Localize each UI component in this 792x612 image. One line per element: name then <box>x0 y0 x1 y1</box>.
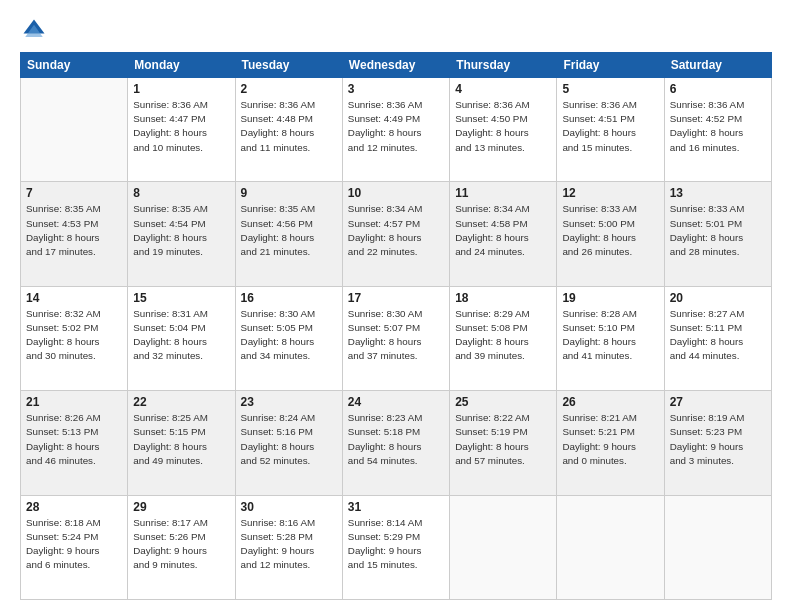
day-number: 11 <box>455 186 551 200</box>
calendar-cell: 11Sunrise: 8:34 AM Sunset: 4:58 PM Dayli… <box>450 182 557 286</box>
day-info: Sunrise: 8:36 AM Sunset: 4:48 PM Dayligh… <box>241 98 337 155</box>
day-info: Sunrise: 8:22 AM Sunset: 5:19 PM Dayligh… <box>455 411 551 468</box>
day-info: Sunrise: 8:30 AM Sunset: 5:07 PM Dayligh… <box>348 307 444 364</box>
day-info: Sunrise: 8:29 AM Sunset: 5:08 PM Dayligh… <box>455 307 551 364</box>
weekday-header: Sunday <box>21 53 128 78</box>
calendar-cell <box>450 495 557 599</box>
calendar-cell: 22Sunrise: 8:25 AM Sunset: 5:15 PM Dayli… <box>128 391 235 495</box>
day-number: 23 <box>241 395 337 409</box>
weekday-header: Thursday <box>450 53 557 78</box>
calendar-week-row: 1Sunrise: 8:36 AM Sunset: 4:47 PM Daylig… <box>21 78 772 182</box>
calendar-cell: 26Sunrise: 8:21 AM Sunset: 5:21 PM Dayli… <box>557 391 664 495</box>
day-info: Sunrise: 8:27 AM Sunset: 5:11 PM Dayligh… <box>670 307 766 364</box>
calendar-cell: 16Sunrise: 8:30 AM Sunset: 5:05 PM Dayli… <box>235 286 342 390</box>
day-number: 14 <box>26 291 122 305</box>
weekday-header: Wednesday <box>342 53 449 78</box>
day-info: Sunrise: 8:28 AM Sunset: 5:10 PM Dayligh… <box>562 307 658 364</box>
calendar-cell: 21Sunrise: 8:26 AM Sunset: 5:13 PM Dayli… <box>21 391 128 495</box>
weekday-header: Tuesday <box>235 53 342 78</box>
calendar-cell: 4Sunrise: 8:36 AM Sunset: 4:50 PM Daylig… <box>450 78 557 182</box>
day-info: Sunrise: 8:36 AM Sunset: 4:49 PM Dayligh… <box>348 98 444 155</box>
day-info: Sunrise: 8:33 AM Sunset: 5:01 PM Dayligh… <box>670 202 766 259</box>
calendar-week-row: 7Sunrise: 8:35 AM Sunset: 4:53 PM Daylig… <box>21 182 772 286</box>
calendar-cell: 12Sunrise: 8:33 AM Sunset: 5:00 PM Dayli… <box>557 182 664 286</box>
calendar-cell: 20Sunrise: 8:27 AM Sunset: 5:11 PM Dayli… <box>664 286 771 390</box>
weekday-header: Saturday <box>664 53 771 78</box>
weekday-header-row: SundayMondayTuesdayWednesdayThursdayFrid… <box>21 53 772 78</box>
day-number: 4 <box>455 82 551 96</box>
day-info: Sunrise: 8:16 AM Sunset: 5:28 PM Dayligh… <box>241 516 337 573</box>
calendar-cell: 18Sunrise: 8:29 AM Sunset: 5:08 PM Dayli… <box>450 286 557 390</box>
day-number: 12 <box>562 186 658 200</box>
day-info: Sunrise: 8:14 AM Sunset: 5:29 PM Dayligh… <box>348 516 444 573</box>
weekday-header: Monday <box>128 53 235 78</box>
day-info: Sunrise: 8:17 AM Sunset: 5:26 PM Dayligh… <box>133 516 229 573</box>
calendar-table: SundayMondayTuesdayWednesdayThursdayFrid… <box>20 52 772 600</box>
day-info: Sunrise: 8:36 AM Sunset: 4:51 PM Dayligh… <box>562 98 658 155</box>
calendar-cell: 6Sunrise: 8:36 AM Sunset: 4:52 PM Daylig… <box>664 78 771 182</box>
calendar-week-row: 14Sunrise: 8:32 AM Sunset: 5:02 PM Dayli… <box>21 286 772 390</box>
calendar-week-row: 28Sunrise: 8:18 AM Sunset: 5:24 PM Dayli… <box>21 495 772 599</box>
day-number: 29 <box>133 500 229 514</box>
logo <box>20 16 52 44</box>
day-number: 16 <box>241 291 337 305</box>
day-number: 6 <box>670 82 766 96</box>
day-number: 1 <box>133 82 229 96</box>
day-info: Sunrise: 8:34 AM Sunset: 4:57 PM Dayligh… <box>348 202 444 259</box>
day-info: Sunrise: 8:21 AM Sunset: 5:21 PM Dayligh… <box>562 411 658 468</box>
day-info: Sunrise: 8:26 AM Sunset: 5:13 PM Dayligh… <box>26 411 122 468</box>
day-number: 10 <box>348 186 444 200</box>
day-number: 7 <box>26 186 122 200</box>
day-info: Sunrise: 8:32 AM Sunset: 5:02 PM Dayligh… <box>26 307 122 364</box>
calendar-cell: 7Sunrise: 8:35 AM Sunset: 4:53 PM Daylig… <box>21 182 128 286</box>
day-number: 24 <box>348 395 444 409</box>
day-number: 22 <box>133 395 229 409</box>
day-info: Sunrise: 8:19 AM Sunset: 5:23 PM Dayligh… <box>670 411 766 468</box>
day-number: 13 <box>670 186 766 200</box>
calendar-cell: 17Sunrise: 8:30 AM Sunset: 5:07 PM Dayli… <box>342 286 449 390</box>
calendar-cell: 2Sunrise: 8:36 AM Sunset: 4:48 PM Daylig… <box>235 78 342 182</box>
day-number: 18 <box>455 291 551 305</box>
logo-icon <box>20 16 48 44</box>
day-number: 25 <box>455 395 551 409</box>
day-info: Sunrise: 8:24 AM Sunset: 5:16 PM Dayligh… <box>241 411 337 468</box>
calendar-cell: 31Sunrise: 8:14 AM Sunset: 5:29 PM Dayli… <box>342 495 449 599</box>
day-number: 31 <box>348 500 444 514</box>
day-number: 5 <box>562 82 658 96</box>
day-info: Sunrise: 8:33 AM Sunset: 5:00 PM Dayligh… <box>562 202 658 259</box>
day-info: Sunrise: 8:36 AM Sunset: 4:52 PM Dayligh… <box>670 98 766 155</box>
day-number: 27 <box>670 395 766 409</box>
calendar-cell: 15Sunrise: 8:31 AM Sunset: 5:04 PM Dayli… <box>128 286 235 390</box>
calendar-cell: 8Sunrise: 8:35 AM Sunset: 4:54 PM Daylig… <box>128 182 235 286</box>
calendar-cell: 30Sunrise: 8:16 AM Sunset: 5:28 PM Dayli… <box>235 495 342 599</box>
calendar-cell: 13Sunrise: 8:33 AM Sunset: 5:01 PM Dayli… <box>664 182 771 286</box>
calendar-cell: 28Sunrise: 8:18 AM Sunset: 5:24 PM Dayli… <box>21 495 128 599</box>
calendar-cell: 29Sunrise: 8:17 AM Sunset: 5:26 PM Dayli… <box>128 495 235 599</box>
calendar-cell <box>557 495 664 599</box>
day-info: Sunrise: 8:36 AM Sunset: 4:50 PM Dayligh… <box>455 98 551 155</box>
day-number: 15 <box>133 291 229 305</box>
day-number: 28 <box>26 500 122 514</box>
day-number: 8 <box>133 186 229 200</box>
calendar-cell: 25Sunrise: 8:22 AM Sunset: 5:19 PM Dayli… <box>450 391 557 495</box>
day-number: 9 <box>241 186 337 200</box>
calendar-cell: 27Sunrise: 8:19 AM Sunset: 5:23 PM Dayli… <box>664 391 771 495</box>
day-info: Sunrise: 8:18 AM Sunset: 5:24 PM Dayligh… <box>26 516 122 573</box>
calendar-cell: 23Sunrise: 8:24 AM Sunset: 5:16 PM Dayli… <box>235 391 342 495</box>
day-number: 3 <box>348 82 444 96</box>
calendar-cell: 24Sunrise: 8:23 AM Sunset: 5:18 PM Dayli… <box>342 391 449 495</box>
calendar-cell <box>21 78 128 182</box>
calendar-cell: 5Sunrise: 8:36 AM Sunset: 4:51 PM Daylig… <box>557 78 664 182</box>
day-info: Sunrise: 8:31 AM Sunset: 5:04 PM Dayligh… <box>133 307 229 364</box>
day-info: Sunrise: 8:36 AM Sunset: 4:47 PM Dayligh… <box>133 98 229 155</box>
day-info: Sunrise: 8:23 AM Sunset: 5:18 PM Dayligh… <box>348 411 444 468</box>
day-number: 19 <box>562 291 658 305</box>
day-number: 30 <box>241 500 337 514</box>
weekday-header: Friday <box>557 53 664 78</box>
day-number: 21 <box>26 395 122 409</box>
calendar-cell: 10Sunrise: 8:34 AM Sunset: 4:57 PM Dayli… <box>342 182 449 286</box>
day-number: 20 <box>670 291 766 305</box>
day-info: Sunrise: 8:25 AM Sunset: 5:15 PM Dayligh… <box>133 411 229 468</box>
day-number: 26 <box>562 395 658 409</box>
calendar-week-row: 21Sunrise: 8:26 AM Sunset: 5:13 PM Dayli… <box>21 391 772 495</box>
